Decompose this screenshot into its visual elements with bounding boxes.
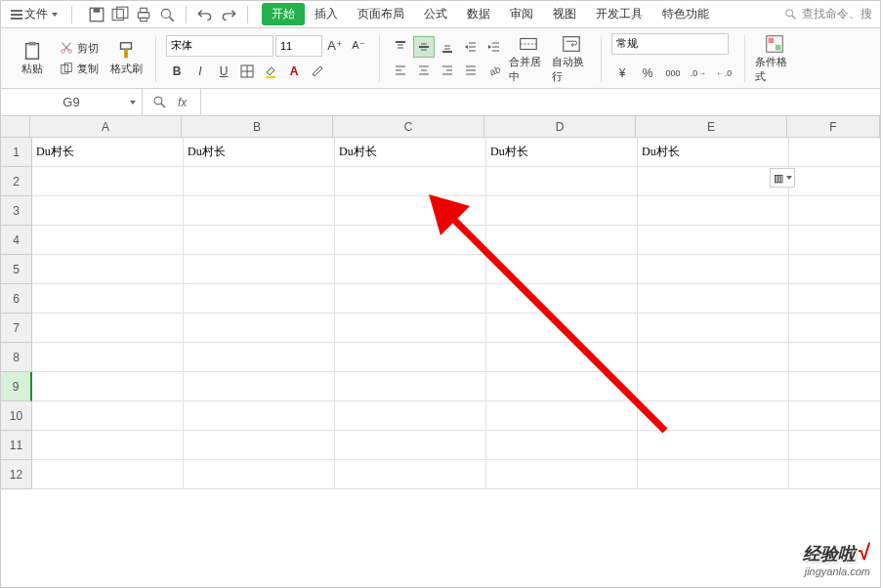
tab-dev-tools[interactable]: 开发工具 [586, 2, 652, 26]
align-justify-icon[interactable] [460, 60, 482, 81]
name-box[interactable]: G9 [1, 89, 143, 115]
currency-icon[interactable]: ¥ [611, 63, 633, 84]
increase-decimal-icon[interactable]: .0→ [688, 63, 709, 84]
row-header[interactable]: 10 [1, 401, 32, 431]
cell[interactable] [638, 196, 789, 226]
cell[interactable] [638, 343, 789, 372]
cell[interactable] [32, 255, 184, 284]
cell[interactable] [789, 284, 881, 314]
cell[interactable] [32, 226, 184, 255]
tab-features[interactable]: 特色功能 [652, 2, 719, 26]
increase-font-icon[interactable]: A⁺ [324, 35, 346, 57]
cell[interactable] [335, 372, 486, 401]
tab-formula[interactable]: 公式 [414, 2, 457, 26]
cell[interactable] [638, 255, 789, 284]
font-name-select[interactable] [166, 35, 273, 57]
decrease-font-icon[interactable]: A⁻ [348, 35, 369, 57]
cell[interactable] [184, 167, 335, 196]
cell[interactable] [184, 196, 335, 226]
cell[interactable] [32, 401, 184, 431]
cell[interactable] [638, 314, 789, 343]
tab-insert[interactable]: 插入 [305, 2, 348, 26]
row-header[interactable]: 11 [1, 431, 32, 460]
select-all-corner[interactable] [1, 116, 30, 138]
save-icon[interactable] [88, 6, 105, 23]
row-header[interactable]: 1 [1, 138, 32, 167]
cell[interactable] [486, 167, 638, 196]
cell[interactable] [32, 460, 184, 489]
row-header[interactable]: 12 [1, 460, 32, 489]
align-left-icon[interactable] [390, 60, 411, 81]
tab-view[interactable]: 视图 [543, 2, 586, 26]
format-painter-button[interactable]: 格式刷 [106, 33, 146, 84]
cell[interactable] [335, 431, 486, 460]
cell[interactable] [184, 431, 335, 460]
bold-button[interactable]: B [166, 61, 188, 82]
column-header[interactable]: E [636, 116, 787, 138]
cell[interactable]: Du村长 [32, 138, 184, 167]
cell[interactable] [32, 314, 184, 343]
row-header[interactable]: 8 [1, 343, 32, 372]
cell[interactable] [486, 343, 638, 372]
row-header[interactable]: 3 [1, 196, 32, 226]
conditional-format-button[interactable]: 条件格式 [755, 33, 794, 84]
cell[interactable] [335, 255, 486, 284]
cell[interactable] [184, 226, 335, 255]
cell[interactable] [789, 226, 881, 255]
print-icon[interactable] [135, 6, 152, 23]
paste-button[interactable]: 粘贴 [13, 33, 52, 84]
cell[interactable]: Du村长 [335, 138, 486, 167]
cell[interactable] [638, 226, 789, 255]
copy-button[interactable]: 复制 [56, 60, 103, 78]
cell[interactable] [335, 167, 486, 196]
orientation-icon[interactable]: ab [483, 60, 505, 81]
print-preview-icon[interactable] [158, 6, 176, 23]
cell[interactable] [32, 284, 184, 314]
column-header[interactable]: C [333, 116, 484, 138]
cell[interactable] [638, 431, 789, 460]
column-header[interactable]: F [787, 116, 880, 138]
redo-icon[interactable] [220, 6, 237, 23]
cell[interactable] [638, 284, 789, 314]
formula-input[interactable] [200, 89, 880, 115]
row-header[interactable]: 2 [1, 167, 32, 196]
cell[interactable] [486, 431, 638, 460]
cell[interactable]: Du村长 [184, 138, 335, 167]
wrap-text-button[interactable]: 自动换行 [552, 33, 591, 84]
save-as-icon[interactable] [111, 6, 129, 23]
percent-icon[interactable]: % [637, 63, 658, 84]
cell[interactable] [486, 372, 638, 401]
row-header[interactable]: 9 [1, 372, 32, 401]
cell[interactable] [184, 460, 335, 489]
align-right-icon[interactable] [437, 60, 458, 81]
decrease-indent-icon[interactable] [460, 36, 482, 58]
cell[interactable] [486, 226, 638, 255]
cell[interactable] [184, 284, 335, 314]
tab-data[interactable]: 数据 [457, 2, 500, 26]
cell[interactable] [638, 401, 789, 431]
align-middle-icon[interactable] [413, 36, 435, 58]
cell[interactable] [789, 255, 881, 284]
cell[interactable] [486, 196, 638, 226]
cell[interactable] [789, 167, 881, 196]
cell[interactable] [335, 460, 486, 489]
decrease-decimal-icon[interactable]: ←.0 [713, 63, 734, 84]
border-button[interactable] [236, 61, 258, 82]
number-format-select[interactable] [611, 33, 729, 55]
cell[interactable] [789, 431, 881, 460]
cell[interactable] [32, 167, 184, 196]
cell[interactable] [32, 196, 184, 226]
cell[interactable] [486, 314, 638, 343]
cut-button[interactable]: 剪切 [56, 39, 103, 58]
cell[interactable] [789, 196, 881, 226]
row-header[interactable]: 7 [1, 314, 32, 343]
cell[interactable] [335, 401, 486, 431]
cell[interactable] [638, 167, 789, 196]
cell[interactable] [335, 284, 486, 314]
column-header[interactable]: D [484, 116, 636, 138]
cell[interactable] [789, 401, 881, 431]
undo-icon[interactable] [196, 6, 214, 23]
comma-icon[interactable]: 000 [662, 63, 684, 84]
fill-color-button[interactable] [260, 61, 281, 82]
italic-button[interactable]: I [189, 61, 211, 82]
